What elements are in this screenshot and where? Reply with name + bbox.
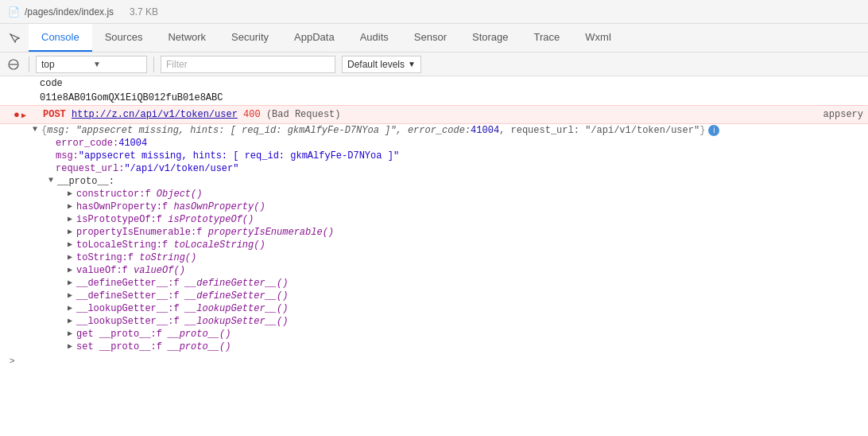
proto-item-key: valueOf: [76,265,122,276]
proto-item: ▶hasOwnProperty: f hasOwnProperty() [0,200,868,213]
msg-key: msg: [56,150,79,162]
error-gutter: ● ▶ [0,107,40,121]
proto-item-key: toLocaleString: [76,239,162,251]
json-root-req-url: , request_url: "/api/v1/token/user" [499,125,699,136]
proto-item-expand-icon[interactable]: ▶ [65,239,75,249]
proto-item: ▶__defineSetter__: f __defineSetter__() [0,290,868,302]
error-code-val: 41004 [118,138,147,149]
tab-sources[interactable]: Sources [92,24,156,52]
proto-item-expand-icon[interactable]: ▶ [65,316,75,325]
filter-input[interactable]: Filter [161,56,335,73]
proto-item-expand-icon[interactable]: ▶ [65,329,75,338]
error-row: ● ▶ POST http://z.cn/api/v1/token/user 4… [0,105,868,124]
proto-item-expand-icon[interactable]: ▶ [65,214,75,224]
filter-placeholder: Filter [166,59,188,70]
tab-audits[interactable]: Audits [347,24,401,52]
levels-arrow-icon: ▼ [408,60,416,68]
collapse-root-icon[interactable]: ▼ [30,125,40,134]
json-root-brace: { [41,125,47,136]
proto-item-key: __defineGetter__: [76,278,173,289]
msg-row: msg: "appsecret missing, hints: [ req_id… [0,150,868,162]
proto-item-val: f __defineGetter__() [173,278,288,289]
tab-appdata[interactable]: AppData [281,24,347,52]
proto-item-key: __lookupSetter__: [76,316,173,327]
proto-item-expand-icon[interactable]: ▶ [65,303,75,313]
log-levels-selector[interactable]: Default levels ▼ [342,56,421,73]
code-label-line: code [0,76,868,91]
tab-console[interactable]: Console [29,24,92,52]
proto-items-container: ▶constructor: f Object()▶hasOwnProperty:… [0,188,868,353]
proto-item: ▶toString: f toString() [0,251,868,264]
file-bar: 📄 /pages/index/index.js 3.7 KB [0,0,868,24]
request-url-row: request_url: "/api/v1/token/user" [0,162,868,175]
error-icon: ● [14,109,20,121]
proto-item-val: f propertyIsEnumerable() [196,227,334,238]
proto-item-expand-icon[interactable]: ▶ [65,341,75,351]
proto-item-val: f __defineSetter__() [173,290,288,302]
proto-item-val: f __lookupGetter__() [173,303,288,314]
proto-item-expand-icon[interactable]: ▶ [65,227,75,236]
proto-item-val: f __lookupSetter__() [173,316,288,327]
proto-item: ▶__defineGetter__: f __defineGetter__() [0,277,868,290]
log-levels-label: Default levels [347,59,405,70]
tab-sensor[interactable]: Sensor [401,24,459,52]
error-status-code: 400 [243,109,261,120]
bottom-arrow-icon: > [10,356,15,366]
proto-item-val: f __proto__() [157,329,231,340]
proto-item-key: get __proto__: [76,329,157,340]
code-value-line: 011e8AB01GomQX1EiQB012fuB01e8ABC [0,91,868,105]
cursor-icon[interactable] [0,24,29,52]
proto-item: ▶set __proto__: f __proto__() [0,341,868,353]
error-content: POST http://z.cn/api/v1/token/user 400 (… [40,107,819,122]
request-url-val: "/api/v1/token/user" [124,163,238,174]
proto-item: ▶__lookupGetter__: f __lookupGetter__() [0,302,868,315]
tab-trace[interactable]: Trace [521,24,573,52]
nav-tabs: Console Sources Network Security AppData… [0,24,868,53]
proto-item: ▶isPrototypeOf: f isPrototypeOf() [0,213,868,226]
msg-val: "appsecret missing, hints: [ req_id: gkm… [79,150,399,162]
clear-console-button[interactable] [5,56,22,73]
proto-item-expand-icon[interactable]: ▶ [65,265,75,274]
proto-item: ▶constructor: f Object() [0,188,868,200]
console-content: code 011e8AB01GomQX1EiQB012fuB01e8ABC ● … [0,76,868,436]
file-icon: 📄 [8,6,20,18]
context-arrow-icon: ▼ [93,60,141,68]
info-icon[interactable]: i [708,125,719,136]
proto-item-val: f toLocaleString() [162,239,265,251]
proto-item-key: propertyIsEnumerable: [76,227,196,238]
json-root-row: ▼ { msg: "appsecret missing, hints: [ re… [0,124,868,137]
expand-error-icon[interactable]: ▶ [21,111,26,120]
proto-item: ▶valueOf: f valueOf() [0,264,868,277]
proto-item-val: f hasOwnProperty() [162,201,265,212]
request-url-key: request_url: [56,163,124,174]
proto-item-val: f isPrototypeOf() [157,214,254,225]
proto-item-expand-icon[interactable]: ▶ [65,252,75,262]
tab-network[interactable]: Network [155,24,219,52]
proto-item-val: f __proto__() [157,341,231,352]
toolbar-divider-1 [29,56,29,72]
proto-item-val: f toString() [128,252,196,263]
error-url[interactable]: http://z.cn/api/v1/token/user [72,109,238,120]
proto-item-expand-icon[interactable]: ▶ [65,201,75,211]
proto-item-val: f valueOf() [122,265,185,276]
bottom-console-arrow[interactable]: > [0,353,868,369]
collapse-proto-icon[interactable]: ▼ [46,176,56,185]
proto-item-val: f Object() [145,189,202,200]
proto-item-expand-icon[interactable]: ▶ [65,278,75,287]
context-selector[interactable]: top ▼ [36,56,147,73]
proto-item: ▶get __proto__: f __proto__() [0,328,868,341]
json-root-preview: msg: "appsecret missing, hints: [ req_id… [47,125,471,136]
tab-storage[interactable]: Storage [459,24,521,52]
error-status-text: (Bad Request) [266,109,341,120]
tab-security[interactable]: Security [219,24,281,52]
proto-item-expand-icon[interactable]: ▶ [65,290,75,300]
file-size: 3.7 KB [130,6,158,18]
proto-item-key: toString: [76,252,128,263]
tab-wxml[interactable]: Wxml [572,24,624,52]
error-code-key: error_code: [56,138,118,149]
file-name: /pages/index/index.js [25,6,114,18]
proto-item-key: __lookupGetter__: [76,303,173,314]
proto-item-expand-icon[interactable]: ▶ [65,189,75,198]
proto-item-key: isPrototypeOf: [76,214,157,225]
console-toolbar: top ▼ Filter Default levels ▼ [0,53,868,76]
